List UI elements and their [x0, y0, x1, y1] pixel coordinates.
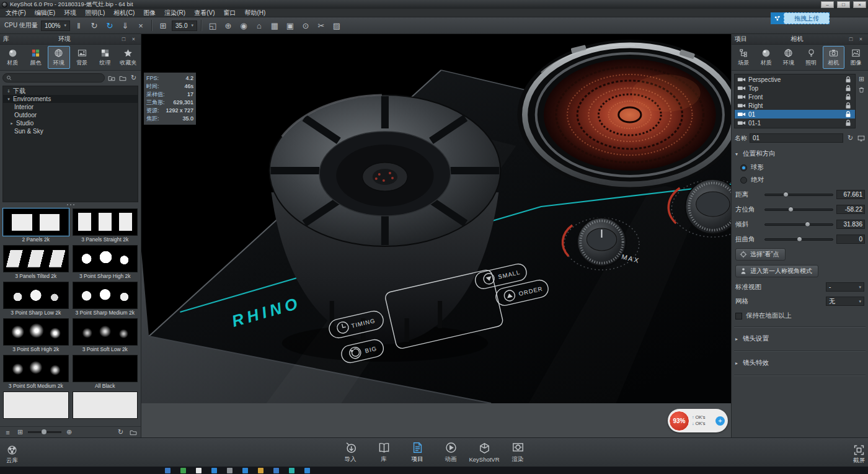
dock-render[interactable]: 渲染 — [502, 442, 534, 463]
first-person-mode-button[interactable]: 进入第一人称视角模式 — [735, 265, 818, 277]
progress-row-down[interactable]: ↓OK's — [692, 421, 715, 426]
menu-window[interactable]: 窗口 — [219, 9, 240, 17]
focus-icon[interactable]: ⊙ — [299, 19, 312, 32]
lock-icon[interactable] — [844, 101, 852, 110]
image-frame-icon[interactable]: ▣ — [283, 19, 297, 32]
slider-value[interactable]: 0 — [836, 235, 865, 244]
slider-handle[interactable] — [788, 207, 794, 212]
caret-right-icon[interactable]: ▸ — [9, 121, 14, 126]
environment-thumbnail[interactable] — [73, 318, 138, 346]
taskbar-app-icon[interactable] — [180, 468, 186, 473]
cloud-library-button[interactable]: 云库 — [6, 445, 18, 465]
expand-progress-button[interactable]: + — [715, 416, 725, 426]
tree-item-sun-sky[interactable]: Sun & Sky — [3, 127, 138, 135]
radio-selected-icon[interactable] — [740, 164, 747, 171]
slider-value[interactable]: 67.661 — [836, 190, 865, 199]
camera-row-selected[interactable]: 01 — [735, 110, 855, 118]
slider-track[interactable] — [764, 208, 833, 211]
slider-track[interactable] — [764, 194, 833, 196]
tab-environments[interactable]: 环境 — [48, 46, 70, 69]
close-render-icon[interactable]: × — [134, 19, 148, 32]
camera-row[interactable]: Top — [735, 84, 855, 92]
refresh-render-button[interactable]: ↻ — [103, 19, 117, 32]
taskbar-app-icon[interactable] — [289, 468, 294, 473]
absolute-radio-row[interactable]: 绝对 — [740, 176, 868, 184]
environment-thumbnail[interactable] — [73, 208, 138, 236]
radio-icon[interactable] — [740, 177, 747, 184]
taskbar-app-icon[interactable] — [227, 468, 232, 473]
realtime-viewport[interactable]: RHINO — [141, 34, 731, 403]
slider-value[interactable]: 31.836 — [836, 220, 865, 229]
close-panel-button[interactable]: × — [130, 36, 138, 42]
menu-file[interactable]: 文件(F) — [1, 9, 30, 17]
zoom-in-icon[interactable]: ⊕ — [64, 427, 74, 437]
export-icon[interactable]: ⇓ — [118, 19, 132, 32]
progress-row-up[interactable]: ↑OK's — [692, 415, 715, 420]
tab-lighting[interactable]: 照明 — [800, 46, 822, 69]
menu-render[interactable]: 渲染(R) — [160, 9, 190, 17]
float-panel-button[interactable]: □ — [847, 36, 855, 42]
panel-splitter[interactable] — [0, 202, 141, 207]
camera-row[interactable]: 01-1 — [735, 118, 855, 127]
list-view-icon[interactable]: ≡ — [3, 427, 12, 437]
home-view-icon[interactable]: ⌂ — [252, 19, 266, 32]
grid-icon[interactable]: ⊞ — [156, 19, 170, 32]
camera-row[interactable]: Front — [735, 92, 855, 101]
cpu-usage-dropdown[interactable]: 100%▾ — [41, 20, 70, 31]
import-folder-icon[interactable] — [107, 73, 116, 83]
taskbar-app-icon[interactable] — [258, 468, 264, 473]
loop-icon[interactable]: ↻ — [87, 19, 101, 32]
folder-icon[interactable] — [118, 73, 127, 83]
render-3d-view[interactable]: RHINO — [141, 34, 731, 403]
taskbar-app-icon[interactable] — [196, 468, 202, 473]
tab-image[interactable]: 图像 — [845, 46, 867, 69]
tree-item-outdoor[interactable]: Outdoor — [3, 111, 138, 119]
pattern-icon[interactable]: ▦ — [268, 19, 281, 32]
slider-handle[interactable] — [783, 192, 789, 197]
environment-thumbnail[interactable] — [73, 282, 138, 309]
refresh-icon[interactable]: ↻ — [116, 427, 125, 437]
tab-material[interactable]: 材质 — [755, 46, 777, 69]
dock-project[interactable]: 项目 — [401, 442, 433, 463]
slider-handle[interactable] — [805, 221, 810, 227]
screenshot-button[interactable]: 截屏 — [853, 445, 865, 465]
maximize-button[interactable]: □ — [837, 1, 850, 8]
lock-icon[interactable] — [844, 110, 852, 118]
target-icon[interactable]: ⊕ — [221, 19, 235, 32]
region-render-icon[interactable]: ◱ — [206, 19, 219, 32]
environment-thumbnail[interactable] — [3, 318, 69, 346]
lock-icon[interactable] — [844, 92, 852, 101]
lens-settings-section-header[interactable]: ▸ 镜头设置 — [735, 334, 864, 343]
camera-row[interactable]: Perspective — [735, 75, 855, 84]
thumbnail-size-slider[interactable] — [28, 431, 61, 433]
scissors-icon[interactable]: ✂ — [314, 19, 328, 32]
keep-above-ground-row[interactable]: 保持在地面以上 — [735, 311, 864, 320]
environment-thumbnail[interactable] — [73, 391, 138, 419]
tab-textures[interactable]: 纹理 — [94, 46, 116, 69]
position-section-header[interactable]: ▾ 位置和方向 — [735, 150, 864, 158]
delete-camera-button[interactable] — [858, 86, 865, 93]
refresh-library-icon[interactable]: ↻ — [129, 73, 138, 83]
slider-track[interactable] — [764, 238, 833, 241]
environment-thumbnail[interactable] — [3, 282, 69, 309]
dock-import[interactable]: 导入 — [334, 442, 366, 463]
grid-dropdown[interactable]: 无▾ — [826, 297, 864, 306]
menu-environment[interactable]: 环境 — [60, 9, 81, 17]
camera-row[interactable]: Right — [735, 101, 855, 110]
taskbar-app-icon[interactable] — [165, 468, 170, 473]
search-box[interactable] — [2, 73, 105, 83]
environment-thumbnail[interactable] — [3, 245, 69, 272]
spherical-radio-row[interactable]: 球形 — [740, 163, 868, 172]
environment-thumbnail[interactable] — [73, 355, 138, 382]
taskbar-app-icon[interactable] — [211, 468, 217, 473]
slider-value[interactable]: -58.22 — [836, 205, 865, 214]
caret-down-icon[interactable]: ▾ — [6, 97, 11, 102]
tree-item-environments[interactable]: ▾Environments — [3, 95, 138, 103]
dock-keyshotvr[interactable]: KeyShotVR — [468, 442, 500, 463]
float-panel-button[interactable]: □ — [120, 36, 128, 42]
slider-handle[interactable] — [797, 236, 802, 242]
environment-thumbnail[interactable] — [73, 245, 138, 272]
drag-upload-widget[interactable]: 拖拽上传 — [771, 12, 830, 24]
lock-icon[interactable] — [844, 84, 852, 92]
menu-help[interactable]: 帮助(H) — [240, 9, 270, 17]
